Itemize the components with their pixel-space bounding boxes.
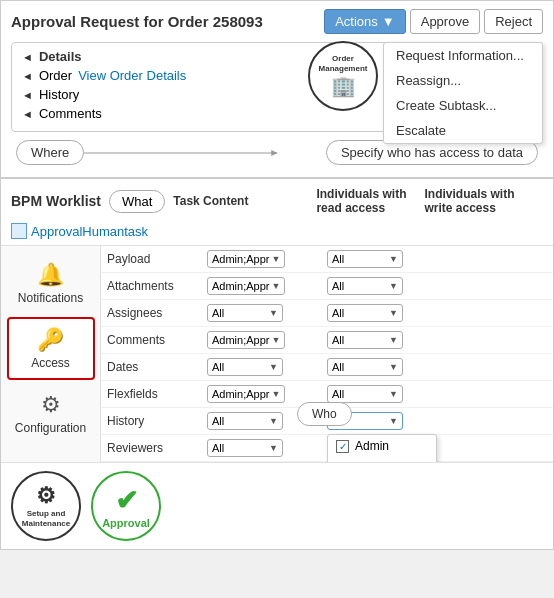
task-icon [11, 223, 27, 239]
sidebar-item-access[interactable]: 🔑 Where Access [7, 317, 95, 380]
task-content-header: Task Content [173, 194, 248, 208]
what-label: What [122, 194, 152, 209]
comments-collapse-icon[interactable]: ◄ [22, 108, 33, 120]
view-order-link[interactable]: View Order Details [78, 68, 186, 83]
read-select-dates[interactable]: All ▼ [207, 358, 283, 376]
history-label: History [39, 87, 79, 102]
read-select-payload[interactable]: Admin;Appr ▼ [207, 250, 285, 268]
cell-write-attachments: All ▼ [327, 277, 457, 295]
write-select-attachments[interactable]: All ▼ [327, 277, 403, 295]
read-select-attachments[interactable]: Admin;Appr ▼ [207, 277, 285, 295]
order-management-circle[interactable]: Order Management 🏢 [308, 41, 378, 111]
cell-write-payload: All ▼ [327, 250, 457, 268]
cell-read-comments: Admin;Appr ▼ [207, 331, 327, 349]
connector-arrow [84, 143, 326, 163]
approval-circle[interactable]: ✔ Approval [91, 471, 161, 541]
write-select-flexfields[interactable]: All ▼ [327, 385, 403, 403]
dropdown-request-info[interactable]: Request Information... [384, 43, 542, 68]
cell-read-dates: All ▼ [207, 358, 327, 376]
worklist-title: BPM Worklist [11, 193, 101, 209]
cell-task-payload: Payload [107, 252, 207, 266]
write-select-payload[interactable]: All ▼ [327, 250, 403, 268]
cell-task-dates: Dates [107, 360, 207, 374]
individuals-write-header: Individuals withwrite access [424, 187, 514, 215]
history-collapse-icon[interactable]: ◄ [22, 89, 33, 101]
collapse-icon[interactable]: ◄ [22, 51, 33, 63]
table-row: Dates All ▼ All ▼ [101, 354, 553, 381]
what-bubble[interactable]: What [109, 190, 165, 213]
configuration-icon: ⚙ [41, 392, 61, 418]
cell-task-attachments: Attachments [107, 279, 207, 293]
specify-label: Specify who has access to data [341, 145, 523, 160]
order-mgmt-label: Order Management [310, 54, 376, 73]
write-select-assignees[interactable]: All ▼ [327, 304, 403, 322]
order-collapse-icon[interactable]: ◄ [22, 70, 33, 82]
dropdown-escalate[interactable]: Escalate [384, 118, 542, 143]
where-bubble[interactable]: Where [16, 140, 84, 165]
reject-button[interactable]: Reject [484, 9, 543, 34]
write-dropdown-admin[interactable]: ✓ Admin [328, 435, 436, 457]
actions-dropdown: Request Information... Reassign... Creat… [383, 42, 543, 144]
setup-icon: ⚙ [36, 483, 56, 509]
table-body: Payload Admin;Appr ▼ All ▼ [101, 246, 553, 462]
bottom-section: BPM Worklist What Task Content Individua… [1, 179, 553, 549]
actions-label: Actions [335, 14, 378, 29]
cell-task-history: History [107, 414, 207, 428]
top-header: Approval Request for Order 258093 Action… [11, 9, 543, 34]
task-name-link[interactable]: ApprovalHumantask [31, 224, 148, 239]
approval-label: Approval [102, 517, 150, 529]
who-bubble: Who [297, 402, 352, 426]
cell-task-reviewers: Reviewers [107, 441, 207, 455]
approval-icon: ✔ [115, 484, 138, 517]
order-number: 258093 [213, 13, 263, 30]
write-select-comments[interactable]: All ▼ [327, 331, 403, 349]
cell-task-flexfields: Flexfields [107, 387, 207, 401]
cell-read-payload: Admin;Appr ▼ [207, 250, 327, 268]
checkbox-approvers[interactable]: ✓ [336, 462, 349, 463]
comments-label: Comments [39, 106, 102, 121]
sidebar-item-notifications[interactable]: 🔔 Notifications [7, 254, 95, 313]
cell-write-dates: All ▼ [327, 358, 457, 376]
approve-button[interactable]: Approve [410, 9, 480, 34]
chevron-down-icon: ▼ [382, 14, 395, 29]
notifications-label: Notifications [18, 291, 83, 305]
write-select-dates[interactable]: All ▼ [327, 358, 403, 376]
cell-read-attachments: Admin;Appr ▼ [207, 277, 327, 295]
cell-read-assignees: All ▼ [207, 304, 327, 322]
write-dropdown-approvers[interactable]: ✓ Approvers [328, 457, 436, 462]
cell-write-assignees: All ▼ [327, 304, 457, 322]
read-select-flexfields[interactable]: Admin;Appr ▼ [207, 385, 285, 403]
dropdown-reassign[interactable]: Reassign... [384, 68, 542, 93]
top-actions: Actions ▼ Approve Reject [324, 9, 543, 34]
individuals-read-header: Individuals withread access [316, 187, 406, 215]
who-label: Who [312, 407, 337, 421]
read-val-payload: Admin;Appr [212, 253, 269, 265]
title-prefix: Approval Request for Order [11, 13, 213, 30]
configuration-label: Configuration [15, 421, 86, 435]
order-label: Order [39, 68, 72, 83]
task-link-row: ApprovalHumantask [1, 219, 553, 243]
access-icon: 🔑 [37, 327, 64, 353]
main-container: Approval Request for Order 258093 Action… [0, 0, 554, 550]
access-text: Access [31, 356, 70, 370]
table-row: Attachments Admin;Appr ▼ All ▼ [101, 273, 553, 300]
table-row: Comments Admin;Appr ▼ All ▼ [101, 327, 553, 354]
setup-maintenance-circle[interactable]: ⚙ Setup and Maintenance [11, 471, 81, 541]
write-val-payload: All [332, 253, 387, 265]
cell-read-reviewers: All ▼ [207, 439, 327, 457]
checkbox-admin[interactable]: ✓ [336, 440, 349, 453]
read-select-reviewers[interactable]: All ▼ [207, 439, 283, 457]
sidebar: 🔔 Notifications 🔑 Where Access ⚙ Configu… [1, 246, 101, 462]
sidebar-item-configuration[interactable]: ⚙ Configuration [7, 384, 95, 443]
read-select-history[interactable]: All ▼ [207, 412, 283, 430]
dropdown-create-subtask[interactable]: Create Subtask... [384, 93, 542, 118]
setup-label: Setup and Maintenance [13, 509, 79, 528]
where-label: Where [31, 145, 69, 160]
cell-task-comments: Comments [107, 333, 207, 347]
cell-write-flexfields: All ▼ [327, 385, 457, 403]
write-dropdown-history: ✓ Admin ✓ Approvers ✓ As [327, 434, 437, 462]
actions-button[interactable]: Actions ▼ [324, 9, 406, 34]
read-select-assignees[interactable]: All ▼ [207, 304, 283, 322]
table-row: Assignees All ▼ All ▼ [101, 300, 553, 327]
read-select-comments[interactable]: Admin;Appr ▼ [207, 331, 285, 349]
